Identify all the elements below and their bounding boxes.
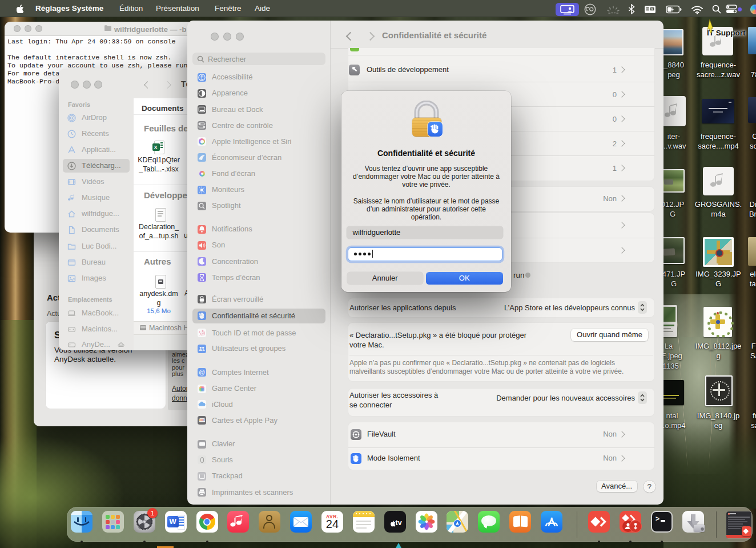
svg-text:tv: tv <box>395 519 401 527</box>
